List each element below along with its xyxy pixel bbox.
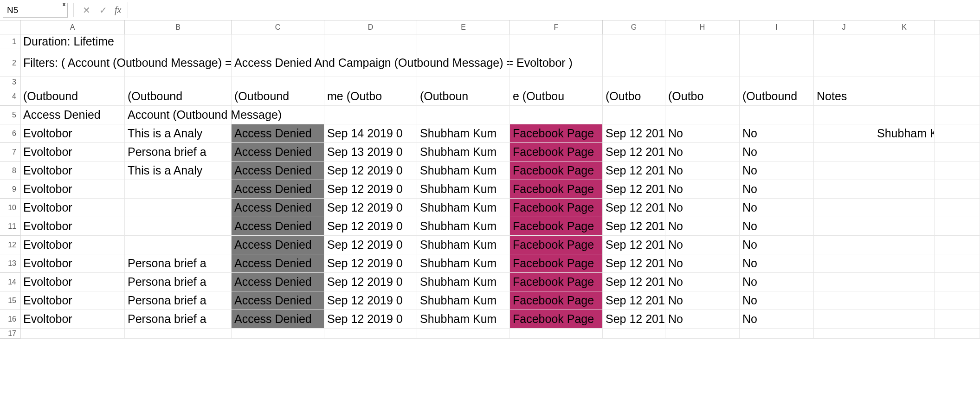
- cell-A7[interactable]: Evoltobor: [20, 143, 125, 161]
- row-header-2[interactable]: 2: [0, 49, 20, 77]
- cell-I8[interactable]: No: [740, 161, 814, 180]
- cell-extra-13[interactable]: [935, 254, 980, 273]
- cell-C15[interactable]: Access Denied: [232, 291, 324, 310]
- cell-J9[interactable]: [814, 180, 874, 199]
- cell-F16[interactable]: Facebook Page: [510, 310, 603, 329]
- cell-E6[interactable]: Shubham Kum: [417, 124, 510, 143]
- cell-J1[interactable]: [814, 34, 874, 49]
- cell-C2[interactable]: [232, 49, 324, 77]
- cell-A11[interactable]: Evoltobor: [20, 217, 125, 236]
- row-header-4[interactable]: 4: [0, 87, 20, 106]
- cell-D13[interactable]: Sep 12 2019 0: [324, 254, 417, 273]
- name-box[interactable]: N5 ▴ ▾: [3, 3, 68, 18]
- cell-I17[interactable]: [740, 329, 814, 339]
- cell-C9[interactable]: Access Denied: [232, 180, 324, 199]
- cell-D17[interactable]: [324, 329, 417, 339]
- cell-D16[interactable]: Sep 12 2019 0: [324, 310, 417, 329]
- cell-E17[interactable]: [417, 329, 510, 339]
- cell-E10[interactable]: Shubham Kum: [417, 199, 510, 217]
- cell-H9[interactable]: No: [665, 180, 740, 199]
- cell-H3[interactable]: [665, 77, 740, 87]
- cell-K14[interactable]: [874, 273, 935, 291]
- cell-extra-12[interactable]: [935, 236, 980, 254]
- cell-A4[interactable]: (Outbound: [20, 87, 125, 106]
- cell-H1[interactable]: [665, 34, 740, 49]
- cell-D8[interactable]: Sep 12 2019 0: [324, 161, 417, 180]
- cell-J10[interactable]: [814, 199, 874, 217]
- cell-C13[interactable]: Access Denied: [232, 254, 324, 273]
- cell-K3[interactable]: [874, 77, 935, 87]
- cell-F17[interactable]: [510, 329, 603, 339]
- cell-F1[interactable]: [510, 34, 603, 49]
- cell-A6[interactable]: Evoltobor: [20, 124, 125, 143]
- cell-A17[interactable]: [20, 329, 125, 339]
- cell-D14[interactable]: Sep 12 2019 0: [324, 273, 417, 291]
- cell-I4[interactable]: (Outbound: [740, 87, 814, 106]
- cell-extra-9[interactable]: [935, 180, 980, 199]
- cell-F2[interactable]: [510, 49, 603, 77]
- cell-G17[interactable]: [603, 329, 665, 339]
- cell-A3[interactable]: [20, 77, 125, 87]
- cell-I15[interactable]: No: [740, 291, 814, 310]
- cell-K2[interactable]: [874, 49, 935, 77]
- cell-E11[interactable]: Shubham Kum: [417, 217, 510, 236]
- cell-extra-10[interactable]: [935, 199, 980, 217]
- cell-B14[interactable]: Persona brief a: [125, 273, 232, 291]
- cell-F10[interactable]: Facebook Page: [510, 199, 603, 217]
- row-header-5[interactable]: 5: [0, 106, 20, 124]
- cell-K6[interactable]: Shubham Kumar: [874, 124, 935, 143]
- cell-I3[interactable]: [740, 77, 814, 87]
- cell-K11[interactable]: [874, 217, 935, 236]
- cell-J14[interactable]: [814, 273, 874, 291]
- cell-A16[interactable]: Evoltobor: [20, 310, 125, 329]
- cell-K4[interactable]: [874, 87, 935, 106]
- cell-I1[interactable]: [740, 34, 814, 49]
- cell-G3[interactable]: [603, 77, 665, 87]
- cancel-icon[interactable]: ✕: [79, 3, 93, 17]
- cell-F13[interactable]: Facebook Page: [510, 254, 603, 273]
- cell-G5[interactable]: [603, 106, 665, 124]
- cell-A9[interactable]: Evoltobor: [20, 180, 125, 199]
- col-header-extra[interactable]: [935, 20, 980, 34]
- cell-E12[interactable]: Shubham Kum: [417, 236, 510, 254]
- cell-B8[interactable]: This is a Analy: [125, 161, 232, 180]
- cell-G4[interactable]: (Outbo: [603, 87, 665, 106]
- col-header-K[interactable]: K: [874, 20, 935, 34]
- cell-H5[interactable]: [665, 106, 740, 124]
- col-header-C[interactable]: C: [232, 20, 324, 34]
- cell-B13[interactable]: Persona brief a: [125, 254, 232, 273]
- row-header-13[interactable]: 13: [0, 254, 20, 273]
- cell-H2[interactable]: [665, 49, 740, 77]
- cell-E4[interactable]: (Outboun: [417, 87, 510, 106]
- cell-K1[interactable]: [874, 34, 935, 49]
- row-header-15[interactable]: 15: [0, 291, 20, 310]
- row-header-12[interactable]: 12: [0, 236, 20, 254]
- cell-G6[interactable]: Sep 12 201: [603, 124, 665, 143]
- cell-E7[interactable]: Shubham Kum: [417, 143, 510, 161]
- cell-J5[interactable]: [814, 106, 874, 124]
- cell-extra-8[interactable]: [935, 161, 980, 180]
- cell-C8[interactable]: Access Denied: [232, 161, 324, 180]
- cell-E9[interactable]: Shubham Kum: [417, 180, 510, 199]
- col-header-J[interactable]: J: [814, 20, 874, 34]
- cell-K17[interactable]: [874, 329, 935, 339]
- cell-D7[interactable]: Sep 13 2019 0: [324, 143, 417, 161]
- cell-H6[interactable]: No: [665, 124, 740, 143]
- cell-D3[interactable]: [324, 77, 417, 87]
- cell-extra-17[interactable]: [935, 329, 980, 339]
- cell-I9[interactable]: No: [740, 180, 814, 199]
- cell-A8[interactable]: Evoltobor: [20, 161, 125, 180]
- cell-A1[interactable]: Duration: Lifetime: [20, 34, 125, 49]
- row-header-8[interactable]: 8: [0, 161, 20, 180]
- cell-extra-7[interactable]: [935, 143, 980, 161]
- select-all-corner[interactable]: [0, 20, 20, 34]
- cell-K13[interactable]: [874, 254, 935, 273]
- cell-G7[interactable]: Sep 12 201: [603, 143, 665, 161]
- row-header-3[interactable]: 3: [0, 77, 20, 87]
- cell-E14[interactable]: Shubham Kum: [417, 273, 510, 291]
- col-header-H[interactable]: H: [665, 20, 740, 34]
- cell-C10[interactable]: Access Denied: [232, 199, 324, 217]
- cell-J11[interactable]: [814, 217, 874, 236]
- col-header-G[interactable]: G: [603, 20, 665, 34]
- cell-C7[interactable]: Access Denied: [232, 143, 324, 161]
